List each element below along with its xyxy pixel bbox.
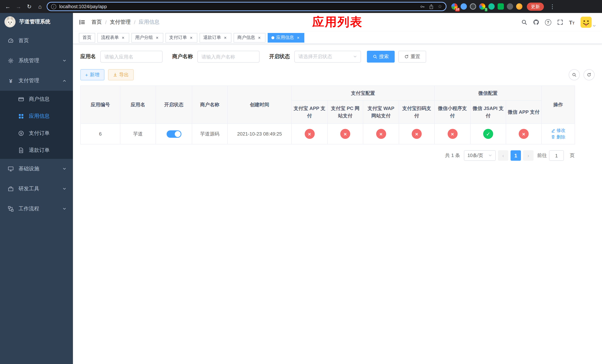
tab-close-icon[interactable]: × <box>121 35 126 40</box>
app-table: 应用编号 应用名 开启状态 商户名称 创建时间 支付宝配置 微信配置 操作 支付… <box>80 86 575 144</box>
extension-icon-7[interactable] <box>507 3 513 10</box>
tab-home[interactable]: 首页 <box>79 33 95 43</box>
app-name-label: 应用名 <box>80 53 96 60</box>
extension-icon-1[interactable]: 10 <box>451 3 458 10</box>
extension-icon-2[interactable] <box>461 3 467 10</box>
update-button[interactable]: 更新 <box>527 2 544 11</box>
forward-button[interactable]: → <box>14 2 22 11</box>
chevron-down-icon <box>63 167 66 171</box>
sidebar-item-workflow[interactable]: 工作流程 <box>0 199 73 219</box>
tab-close-icon[interactable]: × <box>189 35 194 40</box>
home-button[interactable]: ⌂ <box>36 2 44 11</box>
search-button[interactable]: 搜索 <box>367 51 395 63</box>
export-button[interactable]: 导出 <box>108 69 133 80</box>
app-name-input[interactable] <box>100 51 162 63</box>
cell-wx-lite: × <box>434 124 470 144</box>
tab-refund-orders[interactable]: 退款订单× <box>200 33 231 43</box>
cell-wx-jsapi: ✓ <box>470 124 506 144</box>
add-button[interactable]: +新增 <box>80 69 104 80</box>
tab-close-icon[interactable]: × <box>296 35 301 40</box>
col-header-wx-jsapi: 微信 JSAPI 支付 <box>470 101 506 124</box>
merchant-name-input[interactable] <box>197 51 259 63</box>
sidebar-item-pay-orders[interactable]: 支付订单 <box>0 125 73 142</box>
site-info-icon[interactable]: i <box>51 4 56 9</box>
sidebar-item-home[interactable]: 首页 <box>0 31 73 51</box>
page-size-value: 10条/页 <box>467 152 483 159</box>
goto-page-input[interactable] <box>549 150 564 161</box>
toggle-search-button[interactable] <box>569 69 580 80</box>
sidebar-item-merchant-info[interactable]: 商户信息 <box>0 91 73 108</box>
cell-alipay-pc: × <box>327 124 363 144</box>
sidebar-item-label: 应用信息 <box>29 113 50 120</box>
user-menu[interactable] <box>580 17 596 28</box>
user-avatar[interactable] <box>580 17 592 28</box>
extension-icon-5[interactable] <box>488 3 495 10</box>
tab-app-info[interactable]: 应用信息× <box>268 33 304 43</box>
share-icon[interactable] <box>429 4 434 9</box>
sidebar-item-system[interactable]: 系统管理 <box>0 51 73 71</box>
reset-button[interactable]: 重置 <box>398 51 426 63</box>
col-header-wx-lite: 微信小程序支付 <box>434 101 470 124</box>
pagination: 共 1 条 10条/页 ‹ 1 › 前往 页 <box>80 150 575 161</box>
breadcrumb-separator: / <box>134 19 136 25</box>
page-size-select[interactable]: 10条/页 <box>464 150 496 161</box>
sidebar-item-label: 支付管理 <box>19 77 39 84</box>
sidebar-item-dev-tools[interactable]: 研发工具 <box>0 179 73 199</box>
next-page-button[interactable]: › <box>523 150 534 161</box>
sidebar-item-label: 退款订单 <box>29 147 50 154</box>
tab-label: 应用信息 <box>276 34 294 41</box>
tab-merchant-info[interactable]: 商户信息× <box>234 33 266 43</box>
github-icon[interactable] <box>533 19 539 25</box>
extension-badge: 10 <box>455 8 460 11</box>
extension-icon-3[interactable] <box>470 3 476 10</box>
filter-form: 应用名 商户名称 开启状态 请选择开启状态 搜索 重置 <box>80 51 595 63</box>
font-size-icon[interactable]: TT <box>569 19 575 25</box>
cell-app-name: 芋道 <box>120 124 156 144</box>
prev-page-button[interactable]: ‹ <box>498 150 508 161</box>
breadcrumb: 首页 / 支付管理 / 应用信息 <box>91 19 160 26</box>
bookmark-star-icon[interactable]: ☆ <box>438 4 442 9</box>
url-bar[interactable]: i localhost:1024/pay/app ☆ <box>47 2 447 11</box>
status-toggle[interactable] <box>166 130 181 138</box>
edit-link[interactable]: 修改 <box>551 127 565 134</box>
sidebar-item-label: 工作流程 <box>19 205 39 212</box>
back-button[interactable]: ← <box>4 2 12 11</box>
password-key-icon[interactable] <box>420 4 425 9</box>
sidebar-item-infrastructure[interactable]: 基础设施 <box>0 159 73 179</box>
sidebar-item-refund-orders[interactable]: 退款订单 <box>0 142 73 159</box>
browser-menu-icon[interactable]: ⋮ <box>548 2 557 11</box>
sidebar-item-payment[interactable]: ¥ 支付管理 <box>0 71 73 91</box>
help-icon[interactable]: ? <box>545 19 551 25</box>
tab-close-icon[interactable]: × <box>257 35 262 40</box>
group-header-alipay: 支付宝配置 <box>291 86 434 101</box>
cross-status-icon: × <box>412 129 422 139</box>
extension-icon-8[interactable] <box>516 3 522 10</box>
status-select[interactable]: 请选择开启状态 <box>294 51 361 63</box>
breadcrumb-home[interactable]: 首页 <box>91 19 102 26</box>
col-header-created: 创建时间 <box>227 86 291 124</box>
col-header-alipay-wap: 支付宝 WAP 网站支付 <box>363 101 399 124</box>
toolbox-icon <box>7 186 15 192</box>
reload-button[interactable]: ↻ <box>25 2 33 11</box>
sidebar-item-app-info[interactable]: 应用信息 <box>0 108 73 125</box>
col-header-app-id: 应用编号 <box>81 86 120 124</box>
delete-link[interactable]: 删除 <box>551 134 565 140</box>
page-number-button[interactable]: 1 <box>511 150 521 161</box>
tab-close-icon[interactable]: × <box>223 35 228 40</box>
extension-icon-4[interactable]: 1 <box>479 3 485 10</box>
tab-user-group[interactable]: 用户分组× <box>131 33 163 43</box>
sidebar-collapse-icon[interactable] <box>79 19 86 26</box>
extension-icon-6[interactable] <box>498 3 504 10</box>
breadcrumb-separator: / <box>105 19 107 25</box>
tab-label: 支付订单 <box>169 34 187 41</box>
breadcrumb-payment[interactable]: 支付管理 <box>110 19 131 26</box>
search-icon[interactable] <box>521 19 527 25</box>
tab-process-form[interactable]: 流程表单× <box>97 33 129 43</box>
tab-pay-orders[interactable]: 支付订单× <box>165 33 197 43</box>
fullscreen-icon[interactable] <box>557 19 563 25</box>
refresh-table-button[interactable] <box>583 69 595 80</box>
tab-close-icon[interactable]: × <box>155 35 160 40</box>
col-header-status: 开启状态 <box>156 86 192 124</box>
sidebar-item-label: 系统管理 <box>19 57 39 64</box>
col-header-wx-app: 微信 APP 支付 <box>506 101 541 124</box>
